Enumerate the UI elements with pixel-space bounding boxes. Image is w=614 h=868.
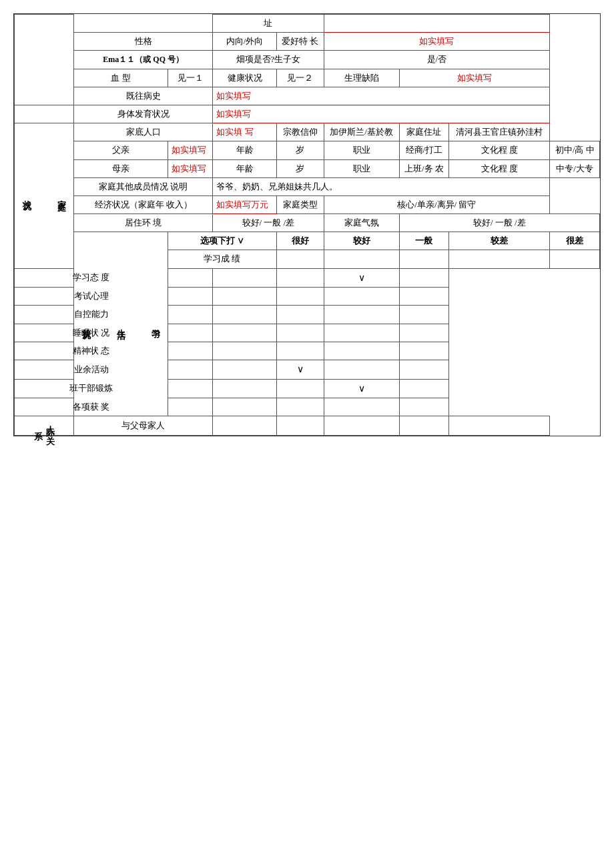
relations-poor	[399, 416, 449, 435]
father-age-value: 岁	[276, 141, 324, 159]
father-edu-value: 初中/高 中	[550, 141, 600, 159]
rating-average: 一般	[399, 232, 449, 250]
religion-value: 加伊斯兰/基於教	[324, 123, 399, 141]
address-row: 址	[15, 15, 600, 33]
relations-very-good	[213, 416, 276, 435]
empty-cell-1	[74, 15, 213, 33]
economy-label: 经济状况（家庭年 收入）	[74, 195, 213, 213]
exam-very-good	[168, 288, 213, 306]
family-address-value: 清河县王官庄镇孙洼村	[449, 123, 550, 141]
relations-row: 人际 关系 与父母家人	[15, 416, 600, 435]
main-table: 址 性格 内向/外向 爱好特 长 如实填写 Ema１１（或 QQ 号） 畑项是否…	[14, 14, 600, 436]
living-env-label: 居住环 境	[74, 214, 213, 232]
leisure-average: ∨	[276, 360, 324, 379]
family-atm-label: 家庭气氛	[324, 214, 399, 232]
personality-row: 性格 内向/外向 爱好特 长 如实填写	[15, 33, 600, 51]
farmland-label: 畑项是否?生子女	[213, 51, 324, 69]
self-control-very-good	[168, 306, 213, 324]
self-control-average	[276, 306, 324, 324]
rating-select-label: 选项下打 ∨	[168, 232, 277, 250]
address-label: 址	[213, 15, 324, 33]
study-score-average	[399, 250, 449, 268]
mental-very-poor	[399, 342, 449, 360]
blood-ref: 见一１	[168, 69, 213, 87]
study-score-very-poor	[550, 250, 600, 268]
other-members-label: 家庭其他成员情况 说明	[74, 177, 213, 195]
rating-good: 较好	[324, 232, 399, 250]
family-population-value: 如实填 写	[213, 123, 276, 141]
other-members-row: 家庭其他成员情况 说明 爷爷、奶奶、兄弟姐妹共几人。	[15, 177, 600, 195]
father-job-value: 经商/打工	[399, 141, 449, 159]
sleep-very-good	[168, 324, 213, 342]
leisure-poor	[324, 360, 399, 379]
father-row: 父亲 如实填写 年龄 岁 职业 经商/打工 文化程 度 初中/高 中	[15, 141, 600, 159]
email-row: Ema１１（或 QQ 号） 畑项是否?生子女 是/否	[15, 51, 600, 69]
personality-value: 内向/外向	[213, 33, 276, 51]
history-value: 如实填写	[213, 87, 550, 105]
study-attitude-poor: ∨	[324, 268, 399, 288]
cadre-label: 班干部锻炼	[15, 379, 168, 398]
development-label: 身体发育状况	[74, 105, 213, 123]
study-score-poor	[449, 250, 550, 268]
study-score-good	[324, 250, 399, 268]
mother-row: 母亲 如实填写 年龄 岁 职业 上班/务 农 文化程 度 中专/大专	[15, 159, 600, 177]
exam-good	[213, 288, 276, 306]
mental-good	[213, 342, 276, 360]
cadre-average	[276, 379, 324, 398]
sleep-poor	[324, 324, 399, 342]
study-score-very-good	[276, 250, 324, 268]
relations-average	[324, 416, 399, 435]
cadre-row: 班干部锻炼 ∨	[15, 379, 600, 398]
father-job-label: 职业	[324, 141, 399, 159]
self-control-very-poor	[399, 306, 449, 324]
leisure-row: 业余活动 ∨	[15, 360, 600, 379]
awards-poor	[324, 398, 399, 416]
family-address-label: 家庭住址	[399, 123, 449, 141]
development-value: 如实填写	[213, 105, 550, 123]
awards-very-poor	[399, 398, 449, 416]
exam-very-poor	[399, 288, 449, 306]
study-attitude-average	[276, 268, 324, 288]
study-attitude-row: 学习态 度 ∨	[15, 268, 600, 288]
mother-age-value: 岁	[276, 159, 324, 177]
health-label: 健康状况	[213, 69, 276, 87]
sleep-very-poor	[399, 324, 449, 342]
awards-good	[213, 398, 276, 416]
study-attitude-good	[213, 268, 276, 288]
blood-row: 血 型 见一１ 健康状况 见一２ 生理缺陷 如实填写	[15, 69, 600, 87]
sleep-label: 睡眠状 况	[15, 324, 168, 342]
family-type-label: 家庭类型	[276, 195, 324, 213]
leisure-very-good	[168, 360, 213, 379]
study-attitude-label: 学习态 度	[15, 268, 168, 288]
family-population-label: 家底人口	[74, 123, 213, 141]
cadre-very-poor	[399, 379, 449, 398]
study-attitude-very-good	[168, 268, 213, 288]
father-age-label: 年龄	[213, 141, 276, 159]
mental-very-good	[168, 342, 213, 360]
section-family-label: 家庭状况	[15, 123, 74, 269]
mother-value: 如实填写	[168, 159, 213, 177]
hobby-label: 爱好特 长	[276, 33, 324, 51]
family-atm-value: 较好/ 一般 /差	[399, 214, 599, 232]
rating-poor: 较差	[449, 232, 550, 250]
father-value: 如实填写	[168, 141, 213, 159]
mental-poor	[324, 342, 399, 360]
section-personal-label	[15, 15, 74, 105]
economy-value: 如实填写万元	[213, 195, 276, 213]
development-row: 身体发育状况 如实填写	[15, 105, 600, 123]
relations-good	[276, 416, 324, 435]
living-env-value: 较好/ 一般 /差	[213, 214, 324, 232]
sleep-good	[213, 324, 276, 342]
mother-job-label: 职业	[324, 159, 399, 177]
economy-row: 经济状况（家庭年 收入） 如实填写万元 家庭类型 核心/单亲/离异/ 留守	[15, 195, 600, 213]
self-control-poor	[324, 306, 399, 324]
section-personal-label2	[15, 105, 74, 123]
awards-average	[276, 398, 324, 416]
mother-edu-label: 文化程 度	[449, 159, 550, 177]
mental-label: 精神状 态	[15, 342, 168, 360]
cadre-poor: ∨	[324, 379, 399, 398]
self-control-good	[213, 306, 276, 324]
study-attitude-very-poor	[399, 268, 449, 288]
leisure-good	[213, 360, 276, 379]
relations-very-poor	[449, 416, 550, 435]
